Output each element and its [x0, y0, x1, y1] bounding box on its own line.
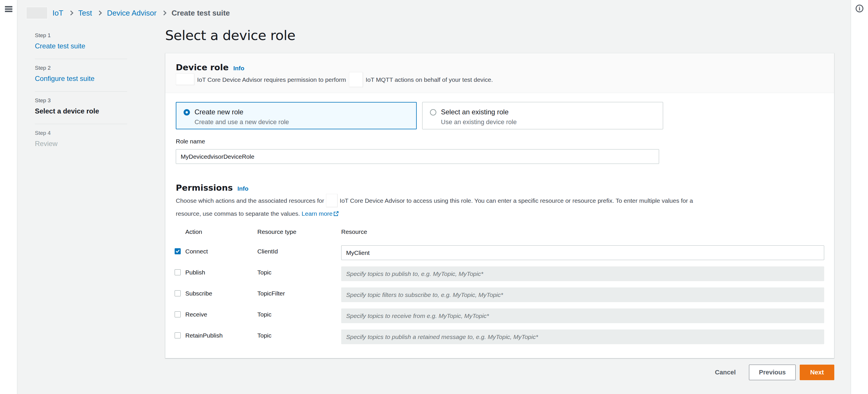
checkbox-retainpublish[interactable] — [175, 332, 181, 338]
device-role-info-link[interactable]: Info — [233, 65, 244, 72]
tile-description: Use an existing device role — [441, 119, 517, 126]
permissions-description-line1: Choose which actions and the associated … — [176, 197, 693, 205]
permissions-info-link[interactable]: Info — [238, 185, 248, 192]
wizard-steps-nav: Step 1 Create test suite Step 2 Configur… — [35, 27, 127, 156]
action-label: RetainPublish — [185, 332, 223, 339]
resource-input-subscribe — [341, 288, 824, 302]
chevron-right-icon — [97, 11, 102, 15]
device-role-section-header: Device role Info IoT Core Device Advisor… — [165, 53, 834, 93]
info-icon[interactable]: i — [856, 5, 863, 12]
device-role-card: Device role Info IoT Core Device Advisor… — [165, 53, 834, 358]
tile-description: Create and use a new device role — [194, 119, 289, 126]
resource-type-label: TopicFilter — [257, 290, 285, 297]
learn-more-link[interactable]: Learn more — [302, 210, 333, 217]
wizard-footer-actions: Cancel Previous Next — [715, 365, 834, 380]
breadcrumb: IoT Test Device Advisor Create test suit… — [26, 0, 230, 26]
hamburger-menu-icon[interactable] — [5, 6, 12, 13]
step-number: Step 2 — [35, 65, 127, 71]
permissions-section-header: Permissions Info — [176, 183, 248, 193]
wizard-step-1: Step 1 Create test suite — [35, 27, 127, 59]
permissions-description-line2: resource, use commas to separate the val… — [176, 210, 339, 218]
wizard-step-2: Step 2 Configure test suite — [35, 59, 127, 92]
wizard-step-4: Step 4 Review — [35, 124, 127, 156]
action-label: Subscribe — [185, 290, 212, 297]
breadcrumb-link-test[interactable]: Test — [79, 9, 92, 18]
wizard-step-3: Step 3 Select a device role — [35, 92, 127, 124]
role-option-tiles: Create new role Create and use a new dev… — [176, 102, 663, 129]
resource-input-connect[interactable] — [341, 245, 824, 260]
device-role-description: IoT Core Device Advisor requires permiss… — [176, 75, 824, 85]
column-header-action: Action — [185, 228, 202, 235]
resource-input-publish — [341, 266, 824, 281]
redaction-box — [349, 72, 363, 87]
resource-type-label: Topic — [257, 311, 272, 318]
checkbox-subscribe[interactable] — [175, 290, 181, 296]
breadcrumb-link-device-advisor[interactable]: Device Advisor — [107, 9, 156, 18]
chevron-right-icon — [162, 11, 166, 15]
action-label: Connect — [185, 248, 208, 255]
step-current-select-device-role: Select a device role — [35, 107, 127, 115]
radio-selected-icon[interactable] — [184, 109, 190, 116]
breadcrumb-current: Create test suite — [172, 9, 230, 18]
action-label: Receive — [185, 311, 207, 318]
permissions-heading: Permissions — [176, 183, 233, 193]
role-name-label: Role name — [176, 138, 205, 145]
column-header-resource-type: Resource type — [257, 228, 296, 235]
step-number: Step 1 — [35, 32, 127, 39]
check-icon — [175, 249, 180, 254]
column-header-resource: Resource — [341, 228, 367, 235]
left-nav-rail — [0, 0, 17, 394]
tile-label: Select an existing role — [441, 108, 517, 116]
tile-create-new-role[interactable]: Create new role Create and use a new dev… — [176, 102, 417, 129]
step-link-create-test-suite[interactable]: Create test suite — [35, 42, 127, 50]
resource-input-retainpublish — [341, 329, 824, 344]
step-disabled-review: Review — [35, 140, 127, 148]
tile-label: Create new role — [194, 108, 289, 116]
device-role-heading: Device role — [176, 63, 228, 72]
right-help-rail: i — [851, 0, 868, 394]
redaction-box — [176, 73, 194, 85]
redaction-box — [326, 194, 337, 207]
page: i IoT Test Device Advisor Create test su… — [0, 0, 868, 394]
redaction-box — [26, 7, 48, 19]
checkbox-receive[interactable] — [175, 311, 181, 317]
tile-select-existing-role[interactable]: Select an existing role Use an existing … — [422, 102, 663, 129]
action-label: Publish — [185, 269, 205, 276]
role-name-input[interactable] — [176, 149, 659, 164]
checkbox-connect[interactable] — [175, 248, 181, 254]
step-number: Step 4 — [35, 130, 127, 136]
radio-unselected-icon[interactable] — [430, 109, 436, 116]
page-title: Select a device role — [165, 27, 296, 43]
breadcrumb-link-iot[interactable]: IoT — [53, 9, 63, 18]
resource-type-label: Topic — [257, 269, 272, 276]
resource-input-receive — [341, 308, 824, 323]
previous-button[interactable]: Previous — [749, 365, 796, 380]
step-link-configure-test-suite[interactable]: Configure test suite — [35, 75, 127, 83]
resource-type-label: Topic — [257, 332, 272, 339]
cancel-button[interactable]: Cancel — [715, 369, 736, 376]
resource-type-label: ClientId — [257, 248, 278, 255]
external-link-icon — [333, 211, 339, 218]
checkbox-publish[interactable] — [175, 269, 181, 275]
step-number: Step 3 — [35, 97, 127, 104]
next-button[interactable]: Next — [800, 365, 834, 380]
chevron-right-icon — [68, 11, 73, 15]
